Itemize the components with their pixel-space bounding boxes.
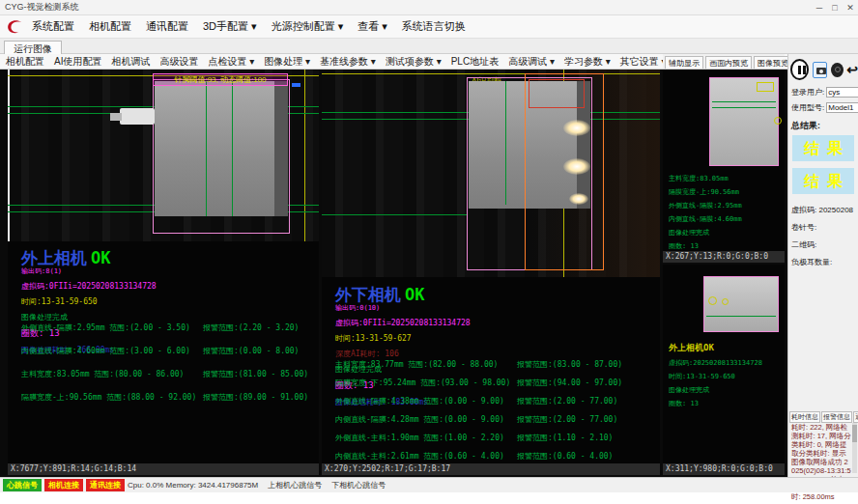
pixel-coords-readout: X:270;Y:2502;R:17;G:17;B:17: [322, 463, 660, 475]
status-ok: OK: [405, 285, 424, 304]
workpiece-block: [155, 81, 288, 216]
reflection-glow: [563, 120, 590, 136]
menu-light-control[interactable]: 光源控制配置 ▾: [272, 19, 344, 34]
camera-image-upper[interactable]: 针脚阈值:93, 动态阈值:100: [8, 70, 319, 241]
measure-line-green-vert: [505, 81, 506, 205]
measurement-row: 主料宽度:83.77mm 范围:(82.00 - 88.00) 报警范围:(83…: [335, 359, 654, 370]
tool-camera-config[interactable]: 相机配置: [6, 55, 44, 69]
tool-other-settings[interactable]: 其它设置 ▾: [620, 55, 667, 69]
aux-tab-inner-preview[interactable]: 画面内预览: [705, 56, 752, 69]
close-icon[interactable]: ✕: [843, 3, 858, 13]
menu-system-config[interactable]: 系统配置: [32, 19, 74, 34]
capture-time: 时间:13-31-59-627: [335, 333, 471, 344]
status-ok: OK: [91, 248, 110, 267]
tab-strip: 运行图像: [0, 39, 858, 54]
tool-spot-check[interactable]: 点检设置 ▾: [208, 55, 254, 69]
neg-tab-count-label: 负极耳数量:: [791, 257, 832, 267]
pixel-coords-readout: X:267;Y:13;R:0;G:0;B:0: [663, 251, 785, 263]
upper-camera-heartbeat-text: 上相机心跳信号: [268, 480, 322, 490]
tool-learning-params[interactable]: 学习参数 ▾: [564, 55, 611, 69]
aux-line: 图像处理完成: [669, 385, 762, 395]
aux-line: 图像处理完成: [669, 228, 742, 238]
measurement-alarm: 报警范围:(89.00 - 91.00): [203, 392, 308, 403]
log-tab-comm[interactable]: 通讯信息: [853, 411, 858, 423]
aux-tab-assist-display[interactable]: 辅助显示: [665, 56, 703, 69]
measurement-row: 隔膜宽度-上:90.56mm 范围:(88.00 - 92.00) 报警范围:(…: [21, 392, 313, 403]
ai-time: 深度AI耗时: 106: [335, 349, 471, 359]
aux-line: 主料宽度:83.05mm: [669, 174, 742, 183]
yellow-mark-circle: [708, 296, 717, 305]
aux-line: 隔膜宽度-上:90.56mm: [669, 187, 742, 197]
log-scrollbar-thumb[interactable]: [852, 425, 857, 442]
connector-tip: [110, 113, 122, 121]
qr-code-label: 二维码:: [791, 239, 816, 250]
lens-button[interactable]: [831, 63, 844, 77]
tool-advanced-debug[interactable]: 高级调试 ▾: [508, 55, 555, 69]
log-tab-alarm[interactable]: 报警信息: [821, 411, 852, 423]
tool-baseline-params[interactable]: 基准线参数 ▾: [320, 55, 376, 69]
aux-thumbnail[interactable]: [703, 276, 779, 332]
model-input[interactable]: [826, 102, 858, 113]
minimize-icon[interactable]: ─: [812, 3, 827, 13]
reflection-glow: [569, 193, 588, 205]
measurement-row: 内侧直线-主料:2.61mm 范围:(0.60 - 4.00) 报警范围:(0.…: [335, 451, 654, 462]
log-scrollbar[interactable]: [852, 423, 857, 473]
pin-number-label: 卷针号:: [791, 222, 816, 233]
aux-line: 时间:13-31-59-650: [669, 372, 762, 381]
tool-ai-usage-config[interactable]: AI使用配置: [54, 55, 101, 69]
camera-toggle-button[interactable]: [813, 62, 827, 78]
tool-plc-address[interactable]: PLC地址表: [451, 55, 499, 69]
login-user-input[interactable]: [826, 87, 858, 98]
maximize-icon[interactable]: □: [827, 3, 843, 13]
log-tab-timing[interactable]: 耗时信息: [789, 411, 820, 423]
comm-link-status-badge: 通讯连接: [86, 479, 125, 491]
measurement-label: 隔膜宽度-下:95.24mm 范围:(93.00 - 98.00): [335, 378, 517, 388]
aux-panel-bottom: 外上相机OK 虚拟码:20250208133134728 时间:13-31-59…: [663, 265, 785, 475]
virtual-barcode: 虚拟码:0FIIi=20250208133134728: [335, 318, 471, 328]
measurement-row: 外侧直线-隔膜:2.95mm 范围:(2.00 - 3.50) 报警范围:(2.…: [21, 322, 313, 333]
tool-test-params[interactable]: 测试项参数 ▾: [386, 55, 442, 69]
camera-panel-lower: AI识别框 外下相机OK 输出码:0(10) 虚拟码:0FIIi=2025020…: [322, 70, 660, 475]
aux-panel-top: 主料宽度:83.05mm 隔膜宽度-上:90.56mm 外侧直线-隔膜:2.95…: [663, 70, 785, 263]
menu-view[interactable]: 查看 ▾: [358, 19, 387, 34]
measurement-alarm: 报警范围:(94.00 - 97.00): [517, 378, 622, 388]
measurement-label: 外侧直线-隔膜:4.38mm 范围:(0.00 - 9.00): [335, 396, 517, 406]
aux-result-lines: 主料宽度:83.05mm 隔膜宽度-上:90.56mm 外侧直线-隔膜:2.95…: [669, 170, 742, 251]
menu-language-switch[interactable]: 系统语言切换: [402, 19, 466, 34]
reset-arrow-button[interactable]: ↩: [846, 63, 858, 76]
measurement-label: 隔膜宽度-上:90.56mm 范围:(88.00 - 92.00): [21, 392, 203, 403]
reflection-glow: [563, 158, 590, 175]
measurement-label: 内侧直线-主料:2.61mm 范围:(0.60 - 4.00): [335, 451, 517, 462]
green-dash: [712, 107, 776, 108]
roi-red-box: [529, 79, 585, 108]
aux-tab-image-preview[interactable]: 图像预览: [754, 56, 792, 69]
measurement-alarm: 报警范围:(0.60 - 4.00): [517, 451, 613, 462]
result-box-1: 结果: [792, 135, 854, 161]
virtual-barcode: 虚拟码:0FIIi=20250208133134728: [21, 281, 157, 292]
menu-3d-hand-config[interactable]: 3D手配置 ▾: [203, 19, 257, 34]
model-label: 使用型号:: [791, 102, 824, 113]
menu-camera-config[interactable]: 相机配置: [89, 19, 131, 34]
measurement-row: 隔膜宽度-下:95.24mm 范围:(93.00 - 98.00) 报警范围:(…: [335, 378, 654, 388]
status-bar: 心跳信号 相机连接 通讯连接 Cpu: 0.0% Memory: 3424.41…: [0, 477, 858, 492]
log-tab-strip: 耗时信息 报警信息 通讯信息: [789, 411, 858, 423]
measurement-alarm: 报警范围:(81.00 - 85.00): [203, 369, 308, 379]
connector-part: [120, 108, 155, 125]
window-title: CYG-视觉检测系统: [0, 1, 79, 14]
measurement-list-upper: 外侧直线-隔膜:2.95mm 范围:(2.00 - 3.50) 报警范围:(2.…: [21, 322, 313, 415]
app-window: CYG-视觉检测系统 ─ □ ✕ 系统配置 相机配置 通讯配置 3D手配置 ▾ …: [0, 0, 858, 504]
pause-button[interactable]: [790, 59, 809, 80]
camera-link-status-badge: 相机连接: [44, 479, 83, 491]
measurement-label: 内侧直线-隔膜:4.28mm 范围:(0.00 - 9.00): [335, 414, 517, 425]
tool-advanced-settings[interactable]: 高级设置: [159, 55, 198, 69]
tool-image-processing[interactable]: 图像处理 ▾: [264, 55, 310, 69]
measure-line-green: [322, 214, 467, 215]
aux-thumbnail[interactable]: [709, 77, 779, 166]
tool-camera-debug[interactable]: 相机调试: [111, 55, 150, 69]
title-bar: CYG-视觉检测系统 ─ □ ✕: [0, 0, 858, 15]
lens-icon: [835, 67, 841, 72]
menu-comm-config[interactable]: 通讯配置: [146, 19, 188, 34]
aux-line: 虚拟码:20250208133134728: [669, 358, 762, 368]
result-box-2: 结果: [792, 168, 854, 194]
camera-image-lower[interactable]: AI识别框: [322, 70, 660, 277]
